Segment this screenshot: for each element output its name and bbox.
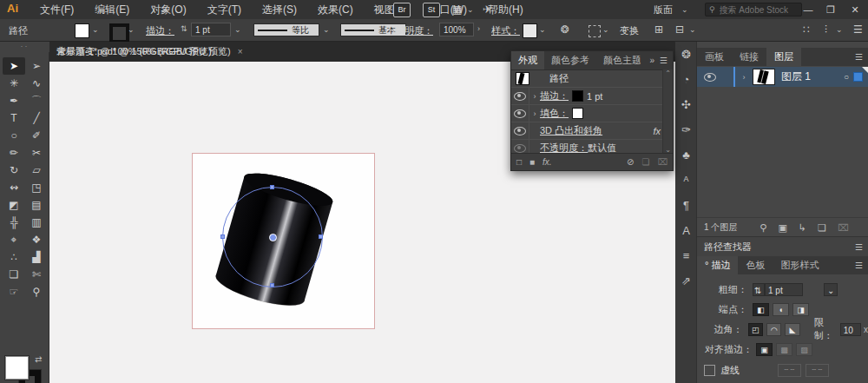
anchor-point-right[interactable] [319, 234, 323, 239]
dash-align-button[interactable]: ╌ ╌ [806, 364, 829, 377]
chevron-down-icon[interactable]: ⌄ [681, 5, 688, 14]
layer-visibility-eye-icon[interactable] [704, 73, 716, 82]
duplicate-item-icon[interactable]: ❏ [642, 157, 650, 167]
weight-field[interactable]: 1 pt [765, 283, 803, 296]
weight-stepper[interactable]: ⇅ [753, 283, 765, 296]
miter-join-button[interactable]: ◰ [748, 323, 763, 336]
projecting-cap-button[interactable]: ◨ [792, 303, 809, 316]
appearance-fill-row[interactable]: › 填色： [511, 105, 673, 122]
tab-layers[interactable]: 图层 [766, 48, 801, 66]
color-panel-icon[interactable]: ❂ [675, 42, 697, 67]
tab-appearance[interactable]: 外观 [511, 51, 544, 69]
dashed-line-checkbox[interactable] [704, 365, 715, 376]
anchor-point-bottom[interactable] [270, 283, 274, 287]
expand-icon[interactable]: › [529, 109, 540, 118]
color-guide-panel-icon[interactable]: ◔ [675, 67, 697, 92]
menu-item[interactable]: 对象(O) [140, 0, 196, 19]
arrange-icon[interactable]: ⊟ [675, 23, 684, 36]
launch-icon[interactable]: ✈ [483, 3, 491, 16]
chevron-down-icon[interactable]: ⌄ [234, 25, 241, 34]
make-mask-icon[interactable]: ▣ [778, 222, 786, 234]
workspace-panel-icon[interactable]: ⫶ [825, 23, 827, 36]
visibility-eye-icon[interactable] [514, 144, 526, 153]
toolbar-drag-area[interactable]: ·· [0, 42, 49, 52]
brushes-panel-icon[interactable]: ✑ [675, 117, 697, 142]
curvature-tool[interactable]: ⌒ [25, 92, 48, 109]
scroll-up-icon[interactable]: ⌃ [663, 69, 673, 77]
search-input[interactable] [718, 4, 791, 16]
blend-tool[interactable]: ❖ [25, 231, 48, 248]
panel-menu-icon[interactable]: ☰ [660, 56, 667, 65]
pen-tool[interactable]: ✒ [3, 92, 25, 109]
overflow-icon[interactable]: » [649, 56, 654, 65]
stroke-link[interactable]: 描边： [146, 24, 174, 37]
round-cap-button[interactable]: ◖ [773, 303, 789, 316]
tab-color-guide[interactable]: 颜色参考 [544, 51, 596, 69]
tab-stroke[interactable]: ° 描边 [697, 256, 738, 274]
anchor-point-center[interactable] [269, 234, 277, 241]
tab-swatches[interactable]: 色板 [738, 256, 773, 274]
scrollbar[interactable]: ⌃ ⌄ [662, 69, 673, 154]
selection-tool[interactable]: ➤ [3, 57, 25, 75]
select-similar-icon[interactable] [589, 25, 601, 37]
width-tool[interactable]: ↭ [3, 179, 25, 196]
clear-appearance-icon[interactable]: ⊘ [627, 157, 634, 167]
minimize-button[interactable]: — [799, 0, 818, 19]
appearance-effect-row[interactable]: 3D 凸出和斜角 fx [511, 122, 673, 140]
align-outside-button[interactable]: ▨ [796, 343, 812, 356]
recolor-artwork-panel-icon[interactable]: ✣ [675, 92, 697, 117]
layer-selection-indicator[interactable] [853, 72, 863, 82]
expand-icon[interactable]: › [529, 92, 540, 101]
ellipse-tool[interactable]: ○ [3, 127, 25, 144]
butt-cap-button[interactable]: ◧ [753, 303, 769, 316]
tab-links[interactable]: 链接 [732, 48, 766, 66]
menu-item[interactable]: 视图(V) [364, 0, 419, 19]
stepper-icon[interactable]: ⇅ [181, 24, 187, 33]
scale-tool[interactable]: ▱ [25, 162, 48, 179]
shaper-tool[interactable]: ✏ [3, 144, 25, 162]
limit-field[interactable]: 10 [840, 323, 861, 336]
symbols-panel-icon[interactable]: ♣ [675, 142, 697, 168]
pathfinder-panel-header[interactable]: 路径查找器 ☰ [697, 236, 868, 257]
add-stroke-icon[interactable]: □ [516, 157, 522, 167]
round-join-button[interactable]: ◠ [766, 323, 781, 336]
opacity-link[interactable]: 不透明度： [385, 24, 433, 37]
eyedropper-tool[interactable]: ⌖ [3, 231, 25, 248]
stroke-link[interactable]: 描边： [540, 89, 569, 102]
weight-dropdown-icon[interactable]: ⌄ [824, 283, 838, 296]
style-link[interactable]: 样式： [491, 24, 520, 37]
chevron-down-icon[interactable]: ⌄ [602, 25, 609, 34]
symbol-sprayer-tool[interactable]: ∴ [3, 248, 25, 266]
add-fill-icon[interactable]: ■ [529, 157, 535, 167]
scissors-tool[interactable]: ✂ [25, 144, 48, 162]
bevel-join-button[interactable]: ◣ [785, 323, 799, 336]
restore-button[interactable]: ❐ [821, 0, 840, 19]
document-tab[interactable]: 未标题-1* @ 100% (RGB/GPU 预览)× [49, 42, 231, 62]
opacity-field[interactable]: 100% [439, 23, 474, 36]
add-effect-icon[interactable]: fx. [542, 157, 552, 167]
stock-search[interactable]: ⚲ [705, 3, 802, 17]
column-graph-tool[interactable]: ▟ [25, 248, 48, 266]
style-swatch[interactable] [523, 23, 537, 38]
effect-link[interactable]: 3D 凸出和斜角 [540, 124, 602, 137]
menu-item[interactable]: 选择(S) [252, 0, 307, 19]
artboard-tool[interactable]: ❏ [3, 266, 25, 283]
character-panel-icon[interactable]: A [675, 218, 697, 243]
shape-builder-tool[interactable]: ◩ [3, 196, 25, 214]
selection-circle-path[interactable] [222, 187, 323, 287]
fill-link[interactable]: 填色： [540, 107, 569, 120]
free-transform-tool[interactable]: ◳ [25, 179, 48, 196]
close-button[interactable]: ✕ [845, 0, 865, 19]
bridge-button[interactable]: Br [393, 3, 411, 17]
menu-item[interactable]: 文件(F) [30, 0, 84, 19]
new-layer-icon[interactable]: ❏ [818, 222, 826, 234]
align-icon[interactable]: ⊞ [654, 23, 663, 36]
panel-menu-icon[interactable]: ☰ [855, 261, 863, 270]
delete-item-icon[interactable]: ⌧ [657, 157, 667, 167]
lasso-tool[interactable]: ∿ [25, 75, 48, 92]
magic-wand-tool[interactable]: ✳ [3, 75, 25, 92]
visibility-eye-icon[interactable] [514, 127, 526, 135]
panel-menu-icon[interactable]: ☰ [855, 242, 863, 252]
paintbrush-tool[interactable]: ✐ [25, 127, 48, 144]
line-segment-tool[interactable]: ╱ [25, 109, 48, 127]
